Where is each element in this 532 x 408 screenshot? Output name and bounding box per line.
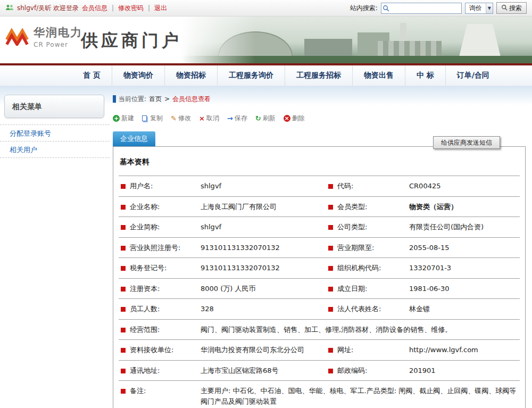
nav-item-5[interactable]: 工程服务招标 [285, 65, 352, 86]
table-row: 用户名:shlgvf代码:CR00425 [119, 176, 520, 197]
topbar-link-3[interactable]: 退出 [154, 4, 167, 13]
table-row: 备注:主要用户: 中石化、中石油、国电、华能、核电、军工.产品类型: 闸阀、截止… [119, 381, 520, 408]
nav-item-8[interactable]: 订单/合同 [445, 65, 501, 86]
tab-company-info[interactable]: 企业信息 [113, 131, 155, 146]
search-category-select[interactable]: 询价 ▼ [465, 3, 493, 14]
nav-item-6[interactable]: 物资出售 [352, 65, 405, 86]
toolbar-button-refresh[interactable]: ↻刷新 [255, 114, 276, 123]
cr-power-logo-icon [5, 26, 29, 48]
field-value: CR00425 [407, 176, 520, 197]
breadcrumb-label: 当前位置: [119, 95, 146, 104]
field-label: 备注: [119, 381, 198, 408]
toolbar-button-edit[interactable]: ✎修改 [171, 114, 191, 123]
field-value: 主要用户: 中石化、中石油、国电、华能、核电、军工.产品类型: 闸阀、截止阀、止… [198, 381, 520, 408]
sidebar-title: 相关菜单 [4, 95, 104, 118]
topbar-link-1[interactable]: 会员信息 [82, 4, 107, 13]
field-label: 营业期限至: [326, 237, 407, 258]
table-row: 经营范围:阀门、阀门驱动装置制造、销售、加工、修理,消防器材、消防设备的销售、维… [119, 319, 520, 340]
breadcrumb: 当前位置: 首页>会员信息查看 [113, 93, 526, 105]
red-bullet-icon [121, 225, 126, 230]
red-bullet-icon [121, 266, 126, 271]
field-value: 华润电力投资有限公司东北分公司 [198, 340, 326, 361]
field-label: 网址: [326, 340, 407, 361]
table-row: 员工人数:328法人代表姓名:林金镖 [119, 299, 520, 320]
search-icon [383, 5, 389, 12]
send-sms-button[interactable]: 给供应商发送短信 [433, 136, 500, 149]
field-label: 用户名: [119, 176, 198, 197]
red-bullet-icon [328, 369, 333, 373]
red-bullet-icon [328, 307, 333, 312]
search-input[interactable] [390, 4, 461, 13]
table-row: 资料接收单位:华润电力投资有限公司东北分公司网址:http://www.lgvf… [119, 340, 520, 361]
page: shlgvf/吴昕 欢迎登录 会员信息|修改密码|退出 站内搜索: 询价 ▼ 搜… [0, 0, 532, 407]
chevron-down-icon: ▼ [486, 3, 493, 13]
separator: | [148, 4, 150, 12]
profile-table: 用户名:shlgvf代码:CR00425企业名称:上海良工阀门厂有限公司会员类型… [119, 176, 520, 408]
field-label: 代码: [326, 176, 407, 197]
photo-building-shape [304, 39, 352, 57]
toolbar-button-copy[interactable]: 复制 [142, 114, 163, 123]
brand-logo: 华润电力 CR Power [5, 25, 82, 48]
breadcrumb-separator: > [164, 95, 170, 103]
search-button-label: 搜索 [509, 4, 522, 13]
sidebar: 相关菜单 分配登录账号相关用户 [0, 86, 110, 407]
field-value: 328 [198, 299, 326, 320]
new-icon: + [113, 115, 120, 122]
search-button[interactable]: 搜索 [496, 2, 527, 14]
header-banner: 华润电力 CR Power 供应商门户 [0, 16, 532, 63]
field-label: 税务登记号: [119, 258, 198, 279]
toolbar-button-label: 复制 [150, 114, 163, 123]
toolbar-button-delete[interactable]: ×删除 [284, 114, 305, 123]
search-label: 站内搜索: [350, 4, 378, 13]
red-bullet-icon [328, 287, 333, 292]
toolbar-button-label: 删除 [292, 114, 305, 123]
sidebar-item-2[interactable]: 相关用户 [0, 141, 110, 158]
cancel-icon: × [199, 115, 205, 122]
photo-shed-shape [218, 31, 293, 57]
toolbar-button-save[interactable]: →保存 [227, 114, 247, 123]
field-value: 8000 (万) 人民币 [198, 278, 326, 299]
breadcrumb-current: 会员信息查看 [172, 95, 211, 104]
field-label: 组织机构代码: [326, 258, 407, 279]
red-bullet-icon [121, 287, 126, 292]
toolbar-button-label: 取消 [206, 114, 219, 123]
portal-title: 供应商门户 [81, 29, 182, 53]
field-label: 企业名称: [119, 196, 198, 217]
red-bullet-icon [121, 205, 126, 210]
nav-item-7[interactable]: 中 标 [405, 65, 445, 86]
field-label: 成立日期: [326, 278, 407, 299]
field-value: 林金镖 [407, 299, 520, 320]
field-value: 13320701-3 [407, 258, 520, 279]
breadcrumb-marker-icon [113, 95, 116, 103]
topbar-user-area: shlgvf/吴昕 欢迎登录 会员信息|修改密码|退出 [5, 4, 167, 13]
field-label: 资料接收单位: [119, 340, 198, 361]
red-bullet-icon [328, 266, 333, 271]
field-value: 1981-06-30 [407, 278, 520, 299]
table-row: 税务登记号:913101131332070132组织机构代码:13320701-… [119, 258, 520, 279]
red-bullet-icon [328, 205, 333, 210]
company-info-panel: 基本资料 用户名:shlgvf代码:CR00425企业名称:上海良工阀门厂有限公… [113, 146, 526, 408]
red-bullet-icon [328, 348, 333, 353]
nav-item-4[interactable]: 工程服务询价 [217, 65, 285, 86]
welcome-text: shlgvf/吴昕 欢迎登录 [17, 4, 79, 13]
field-label: 邮政编码: [326, 360, 407, 381]
field-label: 经营范围: [119, 319, 198, 340]
section-title: 基本资料 [119, 150, 520, 176]
brand-text: 华润电力 CR Power [34, 25, 82, 48]
nav-item-3[interactable]: 物资招标 [164, 65, 217, 86]
sidebar-item-1[interactable]: 分配登录账号 [0, 125, 110, 141]
header-photo [181, 16, 532, 63]
nav-item-2[interactable]: 物资询价 [112, 65, 164, 86]
field-value: 201901 [407, 360, 520, 381]
tab-row: 企业信息 给供应商发送短信 [113, 131, 526, 146]
topbar-link-2[interactable]: 修改密码 [118, 4, 144, 13]
breadcrumb-home-link[interactable]: 首页 [149, 95, 162, 104]
field-label: 会员类型: [326, 196, 407, 217]
field-value: 有限责任公司(国内合资) [407, 217, 520, 238]
toolbar-button-cancel[interactable]: ×取消 [199, 114, 219, 123]
main-nav: 首 页物资询价物资招标工程服务询价工程服务招标物资出售中 标订单/合同 [0, 65, 532, 86]
nav-item-1[interactable]: 首 页 [72, 65, 112, 86]
field-label: 通讯地址: [119, 360, 198, 381]
toolbar-button-new[interactable]: +新建 [113, 114, 134, 123]
field-label: 注册资本: [119, 278, 198, 299]
